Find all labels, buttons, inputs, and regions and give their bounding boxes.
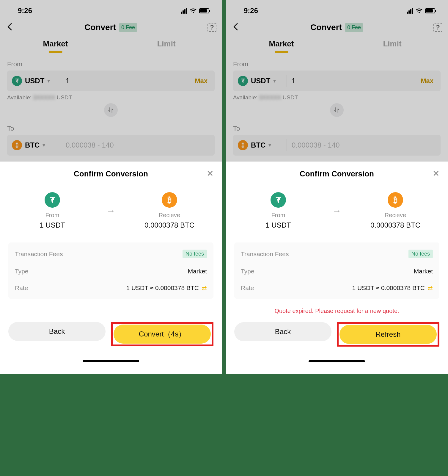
home-indicator[interactable] bbox=[309, 360, 365, 362]
tab-market[interactable]: Market bbox=[0, 37, 111, 53]
arrow-right-icon: → bbox=[332, 206, 341, 216]
tab-market[interactable]: Market bbox=[226, 37, 337, 53]
highlight-box: Convert（4s） bbox=[111, 322, 213, 346]
tab-limit[interactable]: Limit bbox=[337, 37, 448, 53]
receive-amount: 0.0000378 BTC bbox=[370, 221, 420, 229]
to-token-row: ₿ BTC ▾ bbox=[7, 135, 215, 156]
quote-expired-error: Quote expired. Please request for a new … bbox=[226, 301, 448, 316]
usdt-icon: ₮ bbox=[45, 192, 60, 208]
refresh-rate-icon[interactable]: ⇄ bbox=[202, 284, 207, 292]
status-time: 9:26 bbox=[244, 7, 258, 15]
chevron-down-icon: ▾ bbox=[47, 78, 50, 84]
max-button[interactable]: Max bbox=[414, 77, 441, 85]
from-token-row: ₮ USDT ▾ Max bbox=[7, 71, 215, 91]
conversion-details: Transaction Fees No fees Type Market Rat… bbox=[8, 242, 213, 299]
help-icon[interactable]: ? bbox=[433, 23, 442, 32]
page-title: Convert bbox=[84, 23, 116, 32]
chevron-down-icon: ▾ bbox=[268, 142, 271, 148]
confirm-conversion-sheet: Confirm Conversion ✕ ₮ From 1 USDT → ₿ R… bbox=[0, 162, 222, 373]
fees-label: Transaction Fees bbox=[241, 250, 289, 258]
help-icon[interactable]: ? bbox=[208, 23, 216, 32]
to-label: To bbox=[226, 119, 448, 135]
btc-icon: ₿ bbox=[12, 140, 22, 150]
from-label: From bbox=[0, 55, 222, 71]
from-label: From bbox=[45, 212, 59, 219]
to-amount-input[interactable] bbox=[287, 141, 441, 149]
close-icon[interactable]: ✕ bbox=[207, 169, 213, 178]
back-arrow-icon[interactable] bbox=[5, 22, 15, 33]
no-fees-badge: No fees bbox=[408, 250, 433, 258]
max-button[interactable]: Max bbox=[188, 77, 215, 85]
from-token-selector[interactable]: ₮ USDT ▾ bbox=[7, 76, 61, 86]
wifi-icon bbox=[416, 8, 423, 14]
usdt-icon: ₮ bbox=[238, 76, 248, 86]
highlight-box: Refresh bbox=[337, 322, 439, 347]
swap-direction-button[interactable] bbox=[330, 103, 344, 117]
convert-button[interactable]: Convert（4s） bbox=[114, 325, 211, 344]
cellular-icon bbox=[181, 8, 187, 14]
back-button[interactable]: Back bbox=[8, 322, 106, 341]
rate-value: 1 USDT ≈ 0.0000378 BTC bbox=[126, 284, 199, 292]
from-amount-input[interactable] bbox=[61, 77, 188, 85]
wifi-icon bbox=[190, 8, 197, 14]
sheet-title: Confirm Conversion bbox=[300, 169, 374, 178]
zero-fee-badge: 0 Fee bbox=[345, 23, 363, 32]
sheet-actions: Back Convert（4s） bbox=[0, 315, 222, 346]
btc-icon: ₿ bbox=[162, 192, 177, 208]
to-token-selector[interactable]: ₿ BTC ▾ bbox=[233, 140, 287, 150]
refresh-rate-icon[interactable]: ⇄ bbox=[428, 284, 433, 292]
battery-icon bbox=[425, 8, 435, 13]
sheet-actions: Back Refresh bbox=[226, 316, 448, 347]
from-token-selector[interactable]: ₮ USDT ▾ bbox=[233, 76, 287, 86]
sheet-title: Confirm Conversion bbox=[74, 169, 148, 178]
nav-bar: Convert 0 Fee ? bbox=[0, 17, 222, 36]
to-label: To bbox=[0, 119, 222, 135]
receive-label: Recieve bbox=[159, 212, 180, 219]
type-label: Type bbox=[241, 268, 254, 275]
status-bar: 9:26 bbox=[226, 0, 448, 17]
from-token-row: ₮ USDT ▾ Max bbox=[233, 71, 441, 91]
refresh-button[interactable]: Refresh bbox=[339, 325, 437, 344]
arrow-right-icon: → bbox=[106, 206, 115, 216]
from-amount: 1 USDT bbox=[265, 221, 291, 229]
from-amount-input[interactable] bbox=[287, 77, 414, 85]
to-amount-input[interactable] bbox=[61, 141, 215, 149]
confirm-conversion-sheet: Confirm Conversion ✕ ₮ From 1 USDT → ₿ R… bbox=[226, 162, 448, 374]
usdt-icon: ₮ bbox=[271, 192, 286, 208]
cellular-icon bbox=[407, 8, 413, 14]
nav-bar: Convert 0 Fee ? bbox=[226, 17, 448, 36]
receive-label: Recieve bbox=[385, 212, 406, 219]
home-indicator[interactable] bbox=[83, 360, 139, 362]
rate-label: Rate bbox=[15, 284, 28, 292]
btc-icon: ₿ bbox=[388, 192, 403, 208]
battery-icon bbox=[199, 8, 209, 13]
available-balance: Available: 3XXXXX USDT bbox=[226, 91, 448, 101]
swap-icon bbox=[108, 107, 114, 113]
conversion-summary: ₮ From 1 USDT → ₿ Recieve 0.0000378 BTC bbox=[226, 181, 448, 232]
type-label: Type bbox=[15, 268, 29, 275]
page-title: Convert bbox=[310, 23, 342, 32]
conversion-details: Transaction Fees No fees Type Market Rat… bbox=[234, 242, 439, 299]
rate-value: 1 USDT ≈ 0.0000378 BTC bbox=[352, 284, 425, 292]
from-amount: 1 USDT bbox=[40, 221, 65, 229]
order-type-tabs: Market Limit bbox=[226, 36, 448, 55]
from-label: From bbox=[271, 212, 285, 219]
swap-direction-button[interactable] bbox=[104, 103, 118, 117]
tab-limit[interactable]: Limit bbox=[111, 37, 222, 53]
close-icon[interactable]: ✕ bbox=[433, 169, 439, 178]
from-token-symbol: USDT bbox=[251, 77, 270, 85]
back-button[interactable]: Back bbox=[234, 322, 331, 341]
chevron-down-icon: ▾ bbox=[273, 78, 276, 84]
conversion-summary: ₮ From 1 USDT → ₿ Recieve 0.0000378 BTC bbox=[0, 181, 222, 232]
back-arrow-icon[interactable] bbox=[231, 22, 241, 33]
usdt-icon: ₮ bbox=[12, 76, 22, 86]
from-token-symbol: USDT bbox=[25, 77, 44, 85]
from-label: From bbox=[226, 55, 448, 71]
no-fees-badge: No fees bbox=[183, 250, 207, 258]
to-token-symbol: BTC bbox=[251, 141, 265, 149]
rate-label: Rate bbox=[241, 284, 254, 292]
type-value: Market bbox=[414, 268, 433, 275]
to-token-selector[interactable]: ₿ BTC ▾ bbox=[7, 140, 61, 150]
status-bar: 9:26 bbox=[0, 0, 222, 17]
type-value: Market bbox=[188, 268, 207, 275]
